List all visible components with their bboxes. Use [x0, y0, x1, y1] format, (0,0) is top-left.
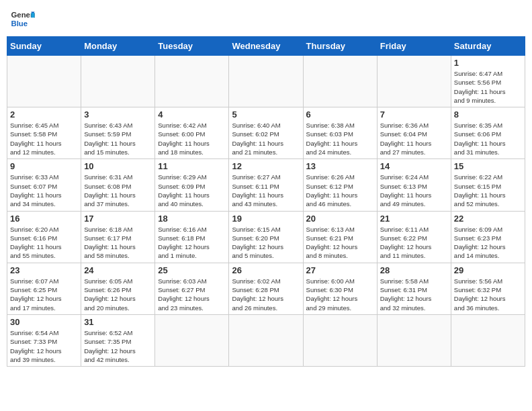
- day-number: 5: [232, 109, 300, 120]
- calendar-cell: [7, 56, 81, 107]
- day-number: 24: [84, 265, 152, 275]
- day-info: Sunrise: 6:52 AM Sunset: 7:35 PM Dayligh…: [84, 328, 152, 364]
- calendar-cell: 7Sunrise: 6:36 AM Sunset: 6:04 PM Daylig…: [377, 107, 451, 159]
- calendar-cell: 19Sunrise: 6:15 AM Sunset: 6:20 PM Dayli…: [229, 211, 303, 263]
- day-info: Sunrise: 6:18 AM Sunset: 6:17 PM Dayligh…: [84, 225, 152, 261]
- day-info: Sunrise: 6:27 AM Sunset: 6:11 PM Dayligh…: [232, 173, 300, 208]
- day-info: Sunrise: 6:36 AM Sunset: 6:04 PM Dayligh…: [380, 121, 448, 156]
- day-info: Sunrise: 6:22 AM Sunset: 6:15 PM Dayligh…: [454, 173, 522, 208]
- day-number: 1: [454, 58, 522, 68]
- day-info: Sunrise: 6:35 AM Sunset: 6:06 PM Dayligh…: [454, 121, 522, 156]
- weekday-header-thursday: Thursday: [303, 37, 377, 56]
- day-number: 23: [10, 265, 78, 275]
- day-number: 25: [158, 265, 226, 275]
- calendar-cell: 31Sunrise: 6:52 AM Sunset: 7:35 PM Dayli…: [81, 314, 155, 366]
- day-info: Sunrise: 6:11 AM Sunset: 6:22 PM Dayligh…: [380, 225, 448, 261]
- calendar-cell: 15Sunrise: 6:22 AM Sunset: 6:15 PM Dayli…: [451, 159, 525, 211]
- day-number: 3: [84, 109, 152, 120]
- calendar-cell: 8Sunrise: 6:35 AM Sunset: 6:06 PM Daylig…: [451, 107, 525, 159]
- day-number: 6: [306, 109, 374, 120]
- day-info: Sunrise: 6:45 AM Sunset: 5:58 PM Dayligh…: [10, 121, 78, 156]
- calendar-cell: 30Sunrise: 6:54 AM Sunset: 7:33 PM Dayli…: [7, 314, 81, 366]
- day-number: 7: [380, 109, 448, 120]
- calendar-cell: 17Sunrise: 6:18 AM Sunset: 6:17 PM Dayli…: [81, 211, 155, 263]
- day-info: Sunrise: 6:00 AM Sunset: 6:30 PM Dayligh…: [306, 277, 374, 312]
- calendar-cell: [451, 314, 525, 366]
- day-number: 14: [380, 161, 448, 171]
- calendar-cell: 2Sunrise: 6:45 AM Sunset: 5:58 PM Daylig…: [7, 107, 81, 159]
- calendar-week-row: 30Sunrise: 6:54 AM Sunset: 7:33 PM Dayli…: [7, 314, 525, 366]
- day-number: 13: [306, 161, 374, 171]
- calendar-cell: 29Sunrise: 5:56 AM Sunset: 6:32 PM Dayli…: [451, 263, 525, 314]
- calendar-cell: 28Sunrise: 5:58 AM Sunset: 6:31 PM Dayli…: [377, 263, 451, 314]
- weekday-header-monday: Monday: [81, 37, 155, 56]
- weekday-header-row: SundayMondayTuesdayWednesdayThursdayFrid…: [7, 37, 525, 56]
- calendar-cell: 5Sunrise: 6:40 AM Sunset: 6:02 PM Daylig…: [229, 107, 303, 159]
- day-number: 16: [10, 214, 78, 224]
- day-info: Sunrise: 6:09 AM Sunset: 6:23 PM Dayligh…: [454, 225, 522, 261]
- calendar-week-row: 23Sunrise: 6:07 AM Sunset: 6:25 PM Dayli…: [7, 263, 525, 314]
- calendar-cell: [229, 314, 303, 366]
- calendar-cell: 26Sunrise: 6:02 AM Sunset: 6:28 PM Dayli…: [229, 263, 303, 314]
- calendar-cell: 23Sunrise: 6:07 AM Sunset: 6:25 PM Dayli…: [7, 263, 81, 314]
- day-info: Sunrise: 5:56 AM Sunset: 6:32 PM Dayligh…: [454, 277, 522, 312]
- calendar-cell: 10Sunrise: 6:31 AM Sunset: 6:08 PM Dayli…: [81, 159, 155, 211]
- weekday-header-wednesday: Wednesday: [229, 37, 303, 56]
- day-number: 11: [158, 161, 226, 171]
- logo-icon: General Blue: [11, 9, 35, 28]
- calendar-table: SundayMondayTuesdayWednesdayThursdayFrid…: [7, 36, 525, 367]
- calendar-week-row: 1Sunrise: 6:47 AM Sunset: 5:56 PM Daylig…: [7, 56, 525, 107]
- svg-text:Blue: Blue: [11, 19, 28, 28]
- calendar-cell: 25Sunrise: 6:03 AM Sunset: 6:27 PM Dayli…: [155, 263, 229, 314]
- calendar-cell: 4Sunrise: 6:42 AM Sunset: 6:00 PM Daylig…: [155, 107, 229, 159]
- day-info: Sunrise: 6:40 AM Sunset: 6:02 PM Dayligh…: [232, 121, 300, 156]
- day-info: Sunrise: 6:31 AM Sunset: 6:08 PM Dayligh…: [84, 173, 152, 208]
- calendar-cell: 1Sunrise: 6:47 AM Sunset: 5:56 PM Daylig…: [451, 56, 525, 107]
- day-number: 19: [232, 214, 300, 224]
- header: General Blue: [7, 7, 525, 31]
- day-number: 26: [232, 265, 300, 275]
- calendar-cell: 13Sunrise: 6:26 AM Sunset: 6:12 PM Dayli…: [303, 159, 377, 211]
- calendar-cell: 11Sunrise: 6:29 AM Sunset: 6:09 PM Dayli…: [155, 159, 229, 211]
- day-number: 22: [454, 214, 522, 224]
- calendar-cell: 16Sunrise: 6:20 AM Sunset: 6:16 PM Dayli…: [7, 211, 81, 263]
- day-number: 15: [454, 161, 522, 171]
- day-number: 27: [306, 265, 374, 275]
- day-info: Sunrise: 6:13 AM Sunset: 6:21 PM Dayligh…: [306, 225, 374, 261]
- day-info: Sunrise: 6:42 AM Sunset: 6:00 PM Dayligh…: [158, 121, 226, 156]
- calendar-cell: 9Sunrise: 6:33 AM Sunset: 6:07 PM Daylig…: [7, 159, 81, 211]
- calendar-cell: [377, 314, 451, 366]
- day-number: 18: [158, 214, 226, 224]
- calendar-cell: 12Sunrise: 6:27 AM Sunset: 6:11 PM Dayli…: [229, 159, 303, 211]
- weekday-header-friday: Friday: [377, 37, 451, 56]
- day-info: Sunrise: 6:33 AM Sunset: 6:07 PM Dayligh…: [10, 173, 78, 208]
- day-info: Sunrise: 6:05 AM Sunset: 6:26 PM Dayligh…: [84, 277, 152, 312]
- calendar-week-row: 16Sunrise: 6:20 AM Sunset: 6:16 PM Dayli…: [7, 211, 525, 263]
- calendar-cell: [155, 314, 229, 366]
- day-info: Sunrise: 6:07 AM Sunset: 6:25 PM Dayligh…: [10, 277, 78, 312]
- day-number: 21: [380, 214, 448, 224]
- calendar-cell: [155, 56, 229, 107]
- day-number: 29: [454, 265, 522, 275]
- day-info: Sunrise: 6:54 AM Sunset: 7:33 PM Dayligh…: [10, 328, 78, 364]
- calendar-cell: [303, 56, 377, 107]
- calendar-cell: 22Sunrise: 6:09 AM Sunset: 6:23 PM Dayli…: [451, 211, 525, 263]
- weekday-header-saturday: Saturday: [451, 37, 525, 56]
- day-info: Sunrise: 6:43 AM Sunset: 5:59 PM Dayligh…: [84, 121, 152, 156]
- day-info: Sunrise: 6:02 AM Sunset: 6:28 PM Dayligh…: [232, 277, 300, 312]
- day-number: 31: [84, 317, 152, 327]
- day-info: Sunrise: 6:47 AM Sunset: 5:56 PM Dayligh…: [454, 69, 522, 105]
- calendar-cell: 20Sunrise: 6:13 AM Sunset: 6:21 PM Dayli…: [303, 211, 377, 263]
- day-info: Sunrise: 5:58 AM Sunset: 6:31 PM Dayligh…: [380, 277, 448, 312]
- day-info: Sunrise: 6:29 AM Sunset: 6:09 PM Dayligh…: [158, 173, 226, 208]
- calendar-cell: 3Sunrise: 6:43 AM Sunset: 5:59 PM Daylig…: [81, 107, 155, 159]
- day-info: Sunrise: 6:15 AM Sunset: 6:20 PM Dayligh…: [232, 225, 300, 261]
- day-number: 4: [158, 109, 226, 120]
- calendar-week-row: 9Sunrise: 6:33 AM Sunset: 6:07 PM Daylig…: [7, 159, 525, 211]
- day-info: Sunrise: 6:38 AM Sunset: 6:03 PM Dayligh…: [306, 121, 374, 156]
- day-number: 2: [10, 109, 78, 120]
- day-number: 8: [454, 109, 522, 120]
- logo: General Blue: [11, 9, 35, 28]
- day-number: 17: [84, 214, 152, 224]
- calendar-cell: [377, 56, 451, 107]
